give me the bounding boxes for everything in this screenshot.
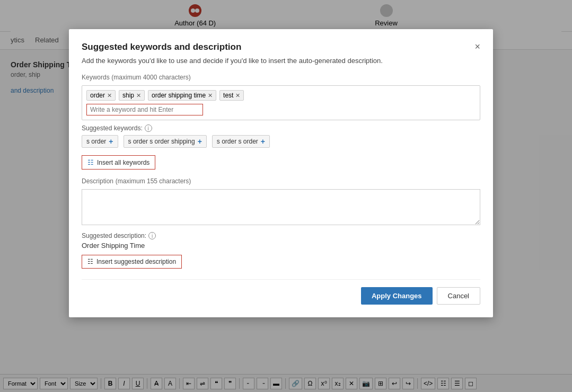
tag-ship: ship ✕: [119, 90, 145, 101]
suggested-tag-2-add[interactable]: +: [261, 137, 265, 146]
apply-changes-button[interactable]: Apply Changes: [361, 287, 433, 305]
insert-all-keywords-button[interactable]: ☷ Insert all keywords: [82, 155, 155, 170]
description-label: Description (maximum 155 characters): [82, 177, 480, 185]
suggested-desc-info-icon[interactable]: i: [148, 232, 156, 239]
suggested-tag-1-add[interactable]: +: [198, 137, 202, 146]
keywords-box: order ✕ ship ✕ order shipping time ✕ tes…: [82, 85, 480, 120]
modal-subtitle: Add the keywords you'd like to use and d…: [82, 57, 480, 65]
description-textarea[interactable]: [82, 189, 480, 225]
suggested-tag-0-add[interactable]: +: [109, 137, 113, 146]
modal-footer: Apply Changes Cancel: [82, 279, 480, 305]
tag-order-remove[interactable]: ✕: [107, 92, 112, 99]
tag-order-shipping-time-remove[interactable]: ✕: [208, 92, 213, 99]
keywords-label: Keywords (maximum 4000 characters): [82, 73, 480, 81]
modal-header: Suggested keywords and description ×: [82, 42, 480, 52]
cancel-button[interactable]: Cancel: [437, 287, 480, 305]
insert-suggested-description-button[interactable]: ☷ Insert suggested description: [82, 255, 182, 269]
tag-ship-remove[interactable]: ✕: [136, 92, 141, 99]
suggested-desc-text: Order Shipping Time: [82, 242, 480, 250]
tag-test-remove[interactable]: ✕: [235, 92, 240, 99]
suggested-tag-1: s order s order shipping +: [124, 135, 207, 148]
suggested-tags-row: s order + s order s order shipping + s o…: [82, 135, 480, 148]
close-button[interactable]: ×: [474, 42, 480, 51]
insert-all-icon: ☷: [87, 158, 94, 166]
tag-order-shipping-time: order shipping time ✕: [148, 90, 216, 101]
modal-title: Suggested keywords and description: [82, 42, 241, 52]
tags-row: order ✕ ship ✕ order shipping time ✕ tes…: [86, 90, 476, 101]
suggested-desc-label: Suggested description: i: [82, 232, 480, 239]
keyword-input[interactable]: [86, 104, 203, 115]
suggested-tag-0: s order +: [82, 135, 118, 148]
modal: Suggested keywords and description × Add…: [69, 29, 493, 317]
suggested-keywords-info-icon[interactable]: i: [145, 124, 152, 132]
tag-test: test ✕: [219, 90, 244, 101]
tag-order: order ✕: [86, 90, 116, 101]
insert-desc-icon: ☷: [87, 258, 93, 265]
suggested-keywords-label: Suggested keywords: i: [82, 124, 480, 132]
suggested-tag-2: s order s order +: [212, 135, 270, 148]
